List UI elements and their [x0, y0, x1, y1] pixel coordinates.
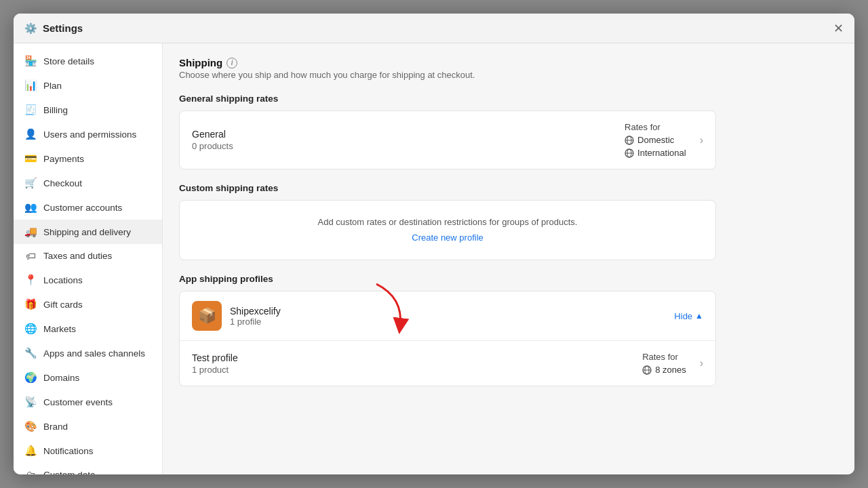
sidebar-icon-payments: 💳	[24, 152, 37, 165]
main-wrapper: Shipping i Choose where you ship and how…	[163, 43, 854, 474]
sidebar-icon-gift-cards: 🎁	[24, 298, 37, 310]
sidebar-item-shipping-delivery[interactable]: 🚚 Shipping and delivery	[14, 220, 162, 244]
hide-label: Hide	[674, 311, 692, 321]
sidebar-icon-store-details: 🏪	[24, 55, 37, 67]
sidebar-label-customer-accounts: Customer accounts	[43, 203, 122, 213]
sidebar-icon-brand: 🎨	[24, 420, 37, 432]
shipping-subtitle: Choose where you ship and how much you c…	[179, 70, 716, 80]
test-rates-for-label: Rates for	[642, 352, 678, 362]
sidebar-label-users-permissions: Users and permissions	[43, 129, 136, 140]
test-profile-chevron-icon: ›	[686, 357, 703, 369]
close-button[interactable]: ✕	[833, 22, 844, 35]
app-profile-count: 1 profile	[230, 317, 281, 327]
chevron-up-icon: ▲	[695, 311, 703, 321]
app-profile-card: 📦 Shipexcelify 1 profile Hide ▲	[179, 291, 716, 386]
domestic-label: Domestic	[637, 135, 674, 145]
sidebar-item-checkout[interactable]: 🛒 Checkout	[14, 171, 162, 195]
sidebar-item-apps-sales-channels[interactable]: 🔧 Apps and sales channels	[14, 341, 162, 365]
sidebar-item-markets[interactable]: 🌐 Markets	[14, 317, 162, 341]
sidebar-item-locations[interactable]: 📍 Locations	[14, 268, 162, 292]
test-profile-right: Rates for 8 zones	[642, 352, 686, 375]
sidebar-label-notifications: Notifications	[43, 446, 94, 456]
main-content: Shipping i Choose where you ship and how…	[163, 43, 854, 474]
sidebar-icon-shipping-delivery: 🚚	[24, 226, 37, 238]
custom-rates-text: Add custom rates or destination restrict…	[196, 217, 699, 227]
window-body: 🏪 Store details 📊 Plan 🧾 Billing 👤 Users…	[14, 43, 854, 474]
sidebar-icon-domains: 🌍	[24, 371, 37, 384]
globe-icon-domestic	[625, 136, 634, 145]
sidebar-icon-plan: 📊	[24, 79, 37, 92]
content-area: Shipping i Choose where you ship and how…	[163, 43, 732, 408]
sidebar-icon-taxes-duties: 🏷	[24, 250, 37, 262]
settings-icon: ⚙️	[24, 22, 37, 35]
sidebar-icon-users-permissions: 👤	[24, 128, 37, 140]
sidebar-label-billing: Billing	[43, 105, 68, 115]
shipping-title: Shipping i	[179, 57, 716, 68]
shipping-title-text: Shipping	[179, 57, 222, 68]
international-rate-item: International	[625, 148, 686, 158]
sidebar-label-apps-sales-channels: Apps and sales channels	[43, 348, 145, 359]
sidebar-item-store-details[interactable]: 🏪 Store details	[14, 49, 162, 73]
hide-button[interactable]: Hide ▲	[674, 311, 703, 321]
sidebar-icon-checkout: 🛒	[24, 177, 37, 189]
international-label: International	[637, 148, 686, 158]
sidebar-label-shipping-delivery: Shipping and delivery	[43, 227, 131, 237]
general-rate-label: General	[192, 129, 625, 140]
globe-icon-international	[625, 148, 634, 158]
sidebar-icon-custom-data: 🗂	[24, 469, 37, 474]
sidebar-item-domains[interactable]: 🌍 Domains	[14, 365, 162, 390]
general-rate-row[interactable]: General 0 products Rates for	[180, 111, 715, 169]
general-rates-card: General 0 products Rates for	[179, 110, 716, 169]
sidebar-item-billing[interactable]: 🧾 Billing	[14, 98, 162, 122]
custom-rates-card: Add custom rates or destination restrict…	[179, 200, 716, 260]
title-bar-left: ⚙️ Settings	[24, 22, 83, 35]
sidebar-item-brand[interactable]: 🎨 Brand	[14, 414, 162, 439]
sidebar-label-checkout: Checkout	[43, 178, 82, 188]
app-profile-header: 📦 Shipexcelify 1 profile Hide ▲	[180, 291, 715, 341]
sidebar-item-customer-accounts[interactable]: 👥 Customer accounts	[14, 195, 162, 220]
window-title: Settings	[43, 22, 83, 34]
test-profile-sub: 1 product	[192, 365, 642, 375]
sidebar-label-store-details: Store details	[43, 56, 94, 66]
sidebar-item-gift-cards[interactable]: 🎁 Gift cards	[14, 292, 162, 317]
sidebar-item-customer-events[interactable]: 📡 Customer events	[14, 390, 162, 414]
sidebar-label-custom-data: Custom data	[43, 470, 96, 474]
shipping-section-header: Shipping i Choose where you ship and how…	[179, 57, 716, 80]
sidebar-label-payments: Payments	[43, 154, 84, 164]
domestic-rate-item: Domestic	[625, 135, 674, 145]
sidebar-label-taxes-duties: Taxes and duties	[43, 251, 112, 261]
info-icon[interactable]: i	[226, 58, 237, 68]
custom-rates-centered: Add custom rates or destination restrict…	[180, 201, 715, 260]
sidebar-item-notifications[interactable]: 🔔 Notifications	[14, 439, 162, 463]
sidebar-icon-billing: 🧾	[24, 104, 37, 116]
globe-icon-zones	[642, 365, 652, 375]
general-rates-title: General shipping rates	[179, 94, 716, 104]
sidebar-label-domains: Domains	[43, 373, 79, 383]
chevron-right-icon: ›	[686, 134, 703, 146]
sidebar: 🏪 Store details 📊 Plan 🧾 Billing 👤 Users…	[14, 43, 163, 474]
rates-for-label: Rates for	[625, 122, 660, 132]
general-rate-right: Rates for Domestic	[625, 122, 686, 158]
sidebar-label-customer-events: Customer events	[43, 397, 113, 407]
sidebar-label-markets: Markets	[43, 324, 76, 334]
sidebar-item-payments[interactable]: 💳 Payments	[14, 146, 162, 171]
sidebar-item-users-permissions[interactable]: 👤 Users and permissions	[14, 122, 162, 146]
custom-rates-title: Custom shipping rates	[179, 183, 716, 193]
sidebar-icon-notifications: 🔔	[24, 445, 37, 457]
sidebar-icon-apps-sales-channels: 🔧	[24, 347, 37, 359]
shipexcelify-icon: 📦	[198, 307, 216, 325]
app-icon-wrap: 📦	[192, 301, 222, 331]
sidebar-label-brand: Brand	[43, 422, 68, 432]
sidebar-item-plan[interactable]: 📊 Plan	[14, 73, 162, 98]
sidebar-item-taxes-duties[interactable]: 🏷 Taxes and duties	[14, 244, 162, 268]
create-new-profile-link[interactable]: Create new profile	[412, 232, 484, 243]
test-profile-row[interactable]: Test profile 1 product Rates for	[180, 341, 715, 386]
sidebar-label-plan: Plan	[43, 81, 62, 91]
test-zones-item: 8 zones	[642, 365, 686, 375]
sidebar-item-custom-data[interactable]: 🗂 Custom data	[14, 463, 162, 474]
sidebar-icon-markets: 🌐	[24, 323, 37, 335]
sidebar-icon-locations: 📍	[24, 274, 37, 286]
sidebar-label-gift-cards: Gift cards	[43, 300, 83, 310]
app-profiles-title: App shipping profiles	[179, 274, 716, 284]
app-name: Shipexcelify	[230, 306, 281, 317]
